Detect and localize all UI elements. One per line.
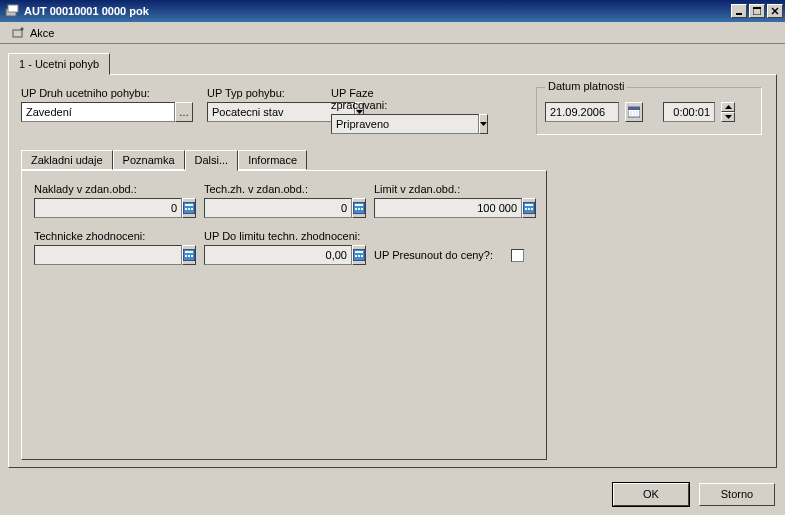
time-spin-up[interactable] — [721, 102, 735, 112]
window-title: AUT 00010001 0000 pok — [24, 5, 731, 17]
svg-rect-20 — [188, 208, 190, 210]
svg-rect-39 — [355, 255, 357, 257]
svg-rect-41 — [361, 255, 363, 257]
svg-rect-2 — [736, 13, 742, 15]
maximize-button[interactable] — [749, 4, 765, 18]
label-druh: UP Druh ucetniho pohybu: — [21, 87, 193, 99]
svg-rect-19 — [185, 208, 187, 210]
subtab-poznamka[interactable]: Poznamka — [113, 150, 185, 170]
calendar-button[interactable] — [625, 102, 643, 122]
svg-rect-18 — [185, 204, 193, 206]
label-limit: Limit v zdan.obd.: — [374, 183, 524, 195]
druh-input[interactable] — [21, 102, 175, 122]
svg-marker-16 — [725, 115, 732, 119]
svg-rect-7 — [13, 30, 22, 37]
naklady-calc-button[interactable] — [182, 198, 196, 218]
technicke-input[interactable] — [34, 245, 182, 265]
svg-rect-25 — [358, 208, 360, 210]
subtab-zakladni[interactable]: Zakladni udaje — [21, 150, 113, 170]
svg-marker-15 — [725, 105, 732, 109]
datum-platnosti-legend: Datum platnosti — [545, 80, 627, 92]
limit-input[interactable] — [374, 198, 522, 218]
menu-akce-label: Akce — [30, 27, 54, 39]
ok-button-label: OK — [643, 488, 659, 500]
svg-rect-11 — [628, 107, 640, 110]
subtab-dalsi[interactable]: Dalsi... — [185, 150, 239, 171]
time-input[interactable] — [663, 102, 715, 122]
footer: OK Storno — [0, 474, 785, 514]
storno-button[interactable]: Storno — [699, 483, 775, 506]
client-area: 1 - Ucetni pohyb UP Druh ucetniho pohybu… — [0, 44, 785, 474]
label-technicke: Technicke zhodnoceni: — [34, 230, 194, 242]
label-presunout: UP Presunout do ceny?: — [374, 249, 493, 261]
svg-rect-31 — [531, 208, 533, 210]
svg-rect-30 — [528, 208, 530, 210]
tab-body: UP Druh ucetniho pohybu: … UP Typ pohybu… — [8, 74, 777, 468]
svg-rect-21 — [191, 208, 193, 210]
menu-akce[interactable]: Akce — [4, 24, 62, 42]
techzh-input[interactable] — [204, 198, 352, 218]
dolimitu-calc-button[interactable] — [352, 245, 366, 265]
svg-rect-26 — [361, 208, 363, 210]
svg-rect-24 — [355, 208, 357, 210]
svg-rect-34 — [185, 255, 187, 257]
subtab-zakladni-label: Zakladni udaje — [31, 154, 103, 166]
limit-calc-button[interactable] — [522, 198, 536, 218]
close-button[interactable] — [767, 4, 783, 18]
storno-button-label: Storno — [721, 488, 753, 500]
time-spin-down[interactable] — [721, 112, 735, 122]
faze-dropdown-button[interactable] — [479, 114, 488, 134]
menu-bar: Akce — [0, 22, 785, 44]
svg-rect-38 — [355, 251, 363, 253]
presunout-checkbox[interactable] — [511, 249, 524, 262]
subtab-informace[interactable]: Informace — [238, 150, 307, 170]
label-typ: UP Typ pohybu: — [207, 87, 317, 99]
svg-rect-33 — [185, 251, 193, 253]
faze-select[interactable] — [331, 114, 479, 134]
svg-marker-9 — [480, 122, 487, 126]
subtab-body: Naklady v zdan.obd.: Tech.zh. v zdan.obd… — [21, 170, 547, 460]
svg-rect-1 — [8, 5, 18, 12]
svg-rect-4 — [753, 7, 761, 9]
techzh-calc-button[interactable] — [352, 198, 366, 218]
subtab-dalsi-label: Dalsi... — [195, 154, 229, 166]
svg-rect-40 — [358, 255, 360, 257]
title-bar: AUT 00010001 0000 pok — [0, 0, 785, 22]
svg-rect-29 — [525, 208, 527, 210]
datum-platnosti-group: Datum platnosti — [536, 87, 762, 135]
svg-rect-35 — [188, 255, 190, 257]
svg-rect-36 — [191, 255, 193, 257]
label-dolimitu: UP Do limitu techn. zhodnoceni: — [204, 230, 364, 242]
subtab-poznamka-label: Poznamka — [123, 154, 175, 166]
date-input[interactable] — [545, 102, 619, 122]
svg-rect-28 — [525, 204, 533, 206]
dolimitu-input[interactable] — [204, 245, 352, 265]
technicke-calc-button[interactable] — [182, 245, 196, 265]
label-naklady: Naklady v zdan.obd.: — [34, 183, 194, 195]
app-icon — [4, 3, 20, 19]
label-faze: UP Faze zpracovani: — [331, 87, 427, 111]
subtab-informace-label: Informace — [248, 154, 297, 166]
druh-ellipsis-button[interactable]: … — [175, 102, 193, 122]
action-icon — [12, 26, 26, 40]
naklady-input[interactable] — [34, 198, 182, 218]
tab-ucetni-pohyb[interactable]: 1 - Ucetni pohyb — [8, 53, 110, 75]
tab-ucetni-pohyb-label: 1 - Ucetni pohyb — [19, 58, 99, 70]
ok-button[interactable]: OK — [613, 483, 689, 506]
svg-rect-23 — [355, 204, 363, 206]
minimize-button[interactable] — [731, 4, 747, 18]
label-techzh: Tech.zh. v zdan.obd.: — [204, 183, 364, 195]
